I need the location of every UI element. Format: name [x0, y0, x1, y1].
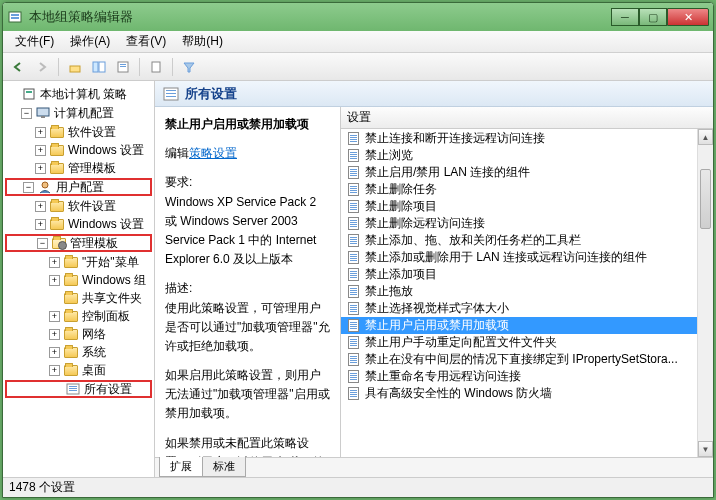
tree-all-settings[interactable]: 所有设置 — [5, 380, 152, 398]
menu-view[interactable]: 查看(V) — [118, 31, 174, 52]
policy-doc-icon — [345, 302, 361, 316]
svg-rect-1 — [11, 14, 19, 16]
list-item[interactable]: 禁止添加项目 — [341, 266, 713, 283]
expand-icon[interactable]: + — [35, 219, 46, 230]
forward-button[interactable] — [31, 56, 53, 78]
scroll-up-button[interactable]: ▲ — [698, 129, 713, 145]
settings-list[interactable]: 设置 禁止连接和断开连接远程访问连接禁止浏览禁止启用/禁用 LAN 连接的组件禁… — [341, 107, 713, 457]
expand-icon[interactable]: + — [35, 163, 46, 174]
back-button[interactable] — [7, 56, 29, 78]
tree-item[interactable]: +管理模板 — [5, 159, 152, 177]
scroll-thumb[interactable] — [700, 169, 711, 229]
tab-standard[interactable]: 标准 — [202, 457, 246, 477]
settings-list-icon — [163, 86, 179, 102]
menu-file[interactable]: 文件(F) — [7, 31, 62, 52]
list-item[interactable]: 禁止删除任务 — [341, 181, 713, 198]
tree-admin-templates[interactable]: − 管理模板 — [5, 234, 152, 252]
description-label: 描述: — [165, 279, 330, 298]
list-item[interactable]: 禁止启用/禁用 LAN 连接的组件 — [341, 164, 713, 181]
menu-action[interactable]: 操作(A) — [62, 31, 118, 52]
svg-rect-5 — [99, 62, 105, 72]
tree-item[interactable]: +软件设置 — [5, 123, 152, 141]
list-item[interactable]: 具有高级安全性的 Windows 防火墙 — [341, 385, 713, 402]
tree-item[interactable]: +Windows 设置 — [5, 215, 152, 233]
menu-help[interactable]: 帮助(H) — [174, 31, 231, 52]
computer-icon — [35, 106, 51, 120]
list-item[interactable]: 禁止添加、拖、放和关闭任务栏的工具栏 — [341, 232, 713, 249]
tree-item[interactable]: +软件设置 — [5, 197, 152, 215]
tree-item[interactable]: +Windows 设置 — [5, 141, 152, 159]
policy-doc-icon — [345, 200, 361, 214]
tree-user-config[interactable]: − 用户配置 — [5, 178, 152, 196]
tab-extended[interactable]: 扩展 — [159, 457, 203, 477]
tree-item[interactable]: 共享文件夹 — [5, 289, 152, 307]
policy-doc-icon — [345, 183, 361, 197]
list-item[interactable]: 禁止重命名专用远程访问连接 — [341, 368, 713, 385]
scrollbar-vertical[interactable]: ▲ ▼ — [697, 129, 713, 457]
list-item[interactable]: 禁止拖放 — [341, 283, 713, 300]
tree-item[interactable]: +桌面 — [5, 361, 152, 379]
description-text: 使用此策略设置，可管理用户是否可以通过"加载项管理器"允许或拒绝加载项。 — [165, 299, 330, 357]
list-item[interactable]: 禁止浏览 — [341, 147, 713, 164]
filter-button[interactable] — [178, 56, 200, 78]
list-item[interactable]: 禁止用户手动重定向配置文件文件夹 — [341, 334, 713, 351]
properties-button[interactable] — [112, 56, 134, 78]
tree-item[interactable]: +网络 — [5, 325, 152, 343]
close-button[interactable]: ✕ — [667, 8, 709, 26]
edit-policy-link[interactable]: 策略设置 — [189, 146, 237, 160]
svg-rect-18 — [69, 390, 77, 391]
tree-item[interactable]: +Windows 组 — [5, 271, 152, 289]
right-pane: 所有设置 禁止用户启用或禁用加载项 编辑策略设置 要求: Windows XP … — [155, 81, 713, 477]
list-item[interactable]: 禁止用户启用或禁用加载项 — [341, 317, 713, 334]
policy-doc-icon — [345, 353, 361, 367]
svg-point-14 — [42, 182, 48, 188]
scroll-down-button[interactable]: ▼ — [698, 441, 713, 457]
expand-icon[interactable]: + — [49, 329, 60, 340]
list-item[interactable]: 禁止删除项目 — [341, 198, 713, 215]
maximize-button[interactable]: ▢ — [639, 8, 667, 26]
tree-pane[interactable]: 本地计算机 策略 − 计算机配置 +软件设置 +Windows 设置 +管理模板… — [3, 81, 155, 477]
svg-rect-20 — [166, 90, 176, 91]
svg-rect-9 — [152, 62, 160, 72]
separator — [58, 58, 59, 76]
window-title: 本地组策略编辑器 — [29, 8, 611, 26]
expand-icon[interactable]: + — [49, 275, 60, 286]
svg-rect-22 — [166, 96, 176, 97]
expand-icon[interactable]: + — [49, 257, 60, 268]
pane-header: 所有设置 — [155, 81, 713, 107]
expand-icon[interactable]: + — [49, 311, 60, 322]
svg-rect-3 — [70, 66, 80, 72]
separator — [172, 58, 173, 76]
expand-icon[interactable]: + — [35, 127, 46, 138]
tree-item[interactable]: +"开始"菜单 — [5, 253, 152, 271]
expand-icon[interactable]: + — [49, 365, 60, 376]
pane-title: 所有设置 — [185, 85, 237, 103]
show-tree-button[interactable] — [88, 56, 110, 78]
content-area: 本地计算机 策略 − 计算机配置 +软件设置 +Windows 设置 +管理模板… — [3, 81, 713, 477]
titlebar[interactable]: 本地组策略编辑器 ─ ▢ ✕ — [3, 3, 713, 31]
column-header[interactable]: 设置 — [341, 107, 713, 129]
export-button[interactable] — [145, 56, 167, 78]
collapse-icon[interactable]: − — [21, 108, 32, 119]
collapse-icon[interactable]: − — [37, 238, 48, 249]
list-item[interactable]: 禁止在没有中间层的情况下直接绑定到 IPropertySetStora... — [341, 351, 713, 368]
up-button[interactable] — [64, 56, 86, 78]
toolbar — [3, 53, 713, 81]
minimize-button[interactable]: ─ — [611, 8, 639, 26]
list-item[interactable]: 禁止连接和断开连接远程访问连接 — [341, 130, 713, 147]
collapse-icon[interactable]: − — [23, 182, 34, 193]
tree-item[interactable]: +控制面板 — [5, 307, 152, 325]
expand-icon[interactable]: + — [49, 347, 60, 358]
list-item[interactable]: 禁止添加或删除用于 LAN 连接或远程访问连接的组件 — [341, 249, 713, 266]
tree-root[interactable]: 本地计算机 策略 — [5, 85, 152, 103]
statusbar: 1478 个设置 — [3, 477, 713, 497]
menubar: 文件(F) 操作(A) 查看(V) 帮助(H) — [3, 31, 713, 53]
svg-rect-13 — [41, 116, 45, 118]
list-item[interactable]: 禁止选择视觉样式字体大小 — [341, 300, 713, 317]
svg-rect-2 — [11, 17, 19, 19]
expand-icon[interactable]: + — [35, 201, 46, 212]
list-item[interactable]: 禁止删除远程访问连接 — [341, 215, 713, 232]
tree-computer-config[interactable]: − 计算机配置 — [5, 104, 152, 122]
tree-item[interactable]: +系统 — [5, 343, 152, 361]
expand-icon[interactable]: + — [35, 145, 46, 156]
